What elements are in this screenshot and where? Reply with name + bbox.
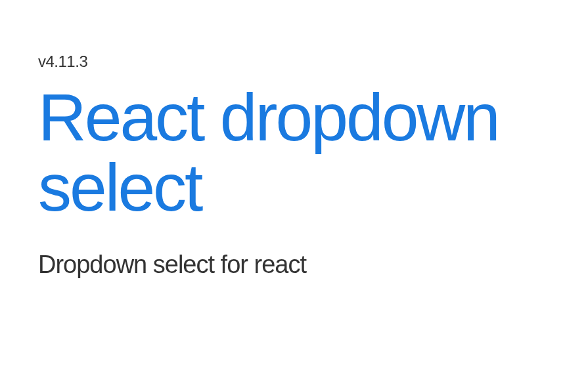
page-title: React dropdown select [38, 83, 588, 223]
version-label: v4.11.3 [38, 52, 588, 71]
page-subtitle: Dropdown select for react [38, 251, 588, 279]
